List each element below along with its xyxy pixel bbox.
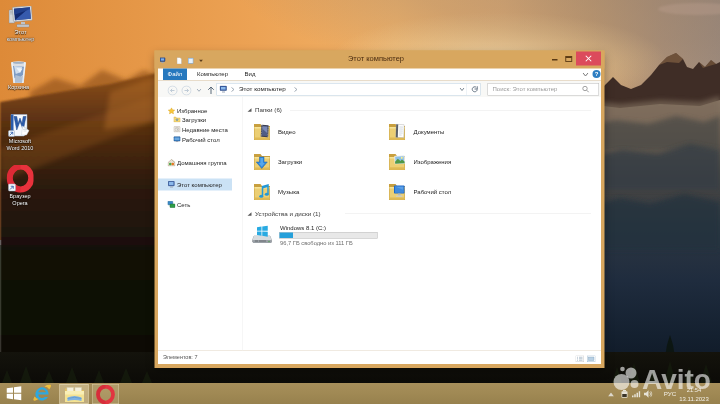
svg-text:Avito: Avito [642, 364, 711, 395]
